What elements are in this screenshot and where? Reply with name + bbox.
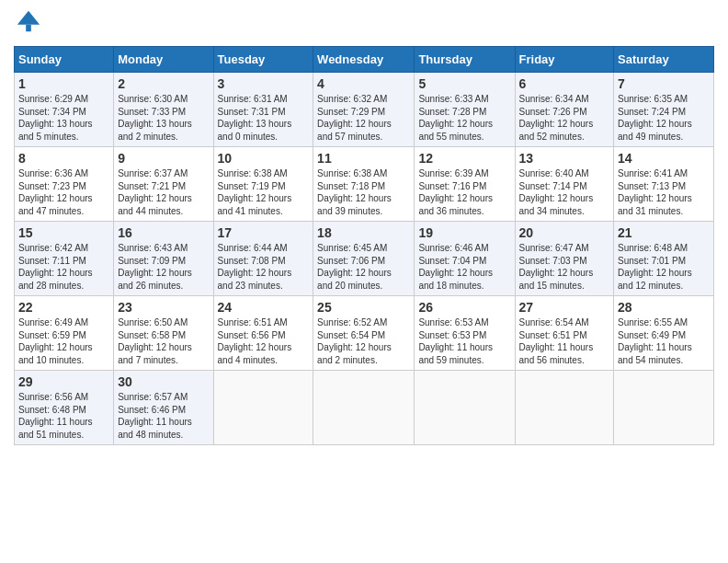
col-header-friday: Friday [515, 47, 614, 73]
day-info: Sunrise: 6:39 AM Sunset: 7:16 PM Dayligh… [418, 168, 493, 216]
day-number: 17 [218, 225, 310, 240]
day-info: Sunrise: 6:40 AM Sunset: 7:14 PM Dayligh… [519, 168, 594, 216]
calendar-day-cell: 26Sunrise: 6:53 AM Sunset: 6:53 PM Dayli… [415, 296, 515, 371]
calendar-week-row: 22Sunrise: 6:49 AM Sunset: 6:59 PM Dayli… [15, 296, 714, 371]
day-number: 23 [118, 300, 209, 315]
calendar-week-row: 29Sunrise: 6:56 AM Sunset: 6:48 PM Dayli… [15, 371, 714, 445]
calendar-day-cell: 21Sunrise: 6:48 AM Sunset: 7:01 PM Dayli… [614, 222, 714, 296]
day-number: 18 [317, 225, 410, 240]
day-info: Sunrise: 6:46 AM Sunset: 7:04 PM Dayligh… [418, 243, 493, 291]
day-info: Sunrise: 6:36 AM Sunset: 7:23 PM Dayligh… [18, 168, 93, 216]
calendar-day-cell: 25Sunrise: 6:52 AM Sunset: 6:54 PM Dayli… [313, 296, 415, 371]
day-number: 3 [218, 76, 310, 91]
day-info: Sunrise: 6:51 AM Sunset: 6:56 PM Dayligh… [218, 317, 292, 365]
calendar-day-cell: 18Sunrise: 6:45 AM Sunset: 7:06 PM Dayli… [313, 222, 415, 296]
calendar-day-cell: 23Sunrise: 6:50 AM Sunset: 6:58 PM Dayli… [114, 296, 213, 371]
day-info: Sunrise: 6:47 AM Sunset: 7:03 PM Dayligh… [519, 243, 594, 291]
calendar-day-cell: 29Sunrise: 6:56 AM Sunset: 6:48 PM Dayli… [15, 371, 114, 445]
day-info: Sunrise: 6:57 AM Sunset: 6:46 PM Dayligh… [118, 392, 192, 440]
calendar-day-cell: 30Sunrise: 6:57 AM Sunset: 6:46 PM Dayli… [114, 371, 213, 445]
day-info: Sunrise: 6:56 AM Sunset: 6:48 PM Dayligh… [18, 392, 93, 440]
empty-cell [614, 371, 714, 445]
day-info: Sunrise: 6:31 AM Sunset: 7:31 PM Dayligh… [218, 94, 292, 142]
svg-rect-1 [26, 25, 31, 31]
day-number: 9 [118, 151, 209, 166]
day-info: Sunrise: 6:43 AM Sunset: 7:09 PM Dayligh… [118, 243, 192, 291]
day-info: Sunrise: 6:37 AM Sunset: 7:21 PM Dayligh… [118, 168, 192, 216]
day-number: 14 [618, 151, 710, 166]
day-info: Sunrise: 6:34 AM Sunset: 7:26 PM Dayligh… [519, 94, 594, 142]
day-info: Sunrise: 6:38 AM Sunset: 7:19 PM Dayligh… [218, 168, 292, 216]
day-number: 13 [519, 151, 610, 166]
day-number: 27 [519, 300, 610, 315]
day-number: 8 [18, 151, 109, 166]
calendar-day-cell: 12Sunrise: 6:39 AM Sunset: 7:16 PM Dayli… [415, 147, 515, 222]
calendar-day-cell: 15Sunrise: 6:42 AM Sunset: 7:11 PM Dayli… [15, 222, 114, 296]
empty-cell [515, 371, 614, 445]
day-number: 20 [519, 225, 610, 240]
day-number: 5 [418, 76, 510, 91]
day-number: 10 [218, 151, 310, 166]
day-info: Sunrise: 6:54 AM Sunset: 6:51 PM Dayligh… [519, 317, 594, 365]
calendar-week-row: 15Sunrise: 6:42 AM Sunset: 7:11 PM Dayli… [15, 222, 714, 296]
calendar-day-cell: 27Sunrise: 6:54 AM Sunset: 6:51 PM Dayli… [515, 296, 614, 371]
calendar-day-cell: 4Sunrise: 6:32 AM Sunset: 7:29 PM Daylig… [313, 73, 415, 147]
day-number: 22 [18, 300, 109, 315]
day-info: Sunrise: 6:35 AM Sunset: 7:24 PM Dayligh… [618, 94, 692, 142]
calendar-day-cell: 8Sunrise: 6:36 AM Sunset: 7:23 PM Daylig… [15, 147, 114, 222]
calendar-day-cell: 14Sunrise: 6:41 AM Sunset: 7:13 PM Dayli… [614, 147, 714, 222]
svg-marker-0 [17, 11, 40, 25]
calendar-day-cell: 16Sunrise: 6:43 AM Sunset: 7:09 PM Dayli… [114, 222, 213, 296]
day-number: 11 [317, 151, 410, 166]
empty-cell [313, 371, 415, 445]
calendar-week-row: 1Sunrise: 6:29 AM Sunset: 7:34 PM Daylig… [15, 73, 714, 147]
calendar-day-cell: 17Sunrise: 6:44 AM Sunset: 7:08 PM Dayli… [213, 222, 313, 296]
day-info: Sunrise: 6:33 AM Sunset: 7:28 PM Dayligh… [418, 94, 493, 142]
day-info: Sunrise: 6:44 AM Sunset: 7:08 PM Dayligh… [218, 243, 292, 291]
calendar-day-cell: 6Sunrise: 6:34 AM Sunset: 7:26 PM Daylig… [515, 73, 614, 147]
day-info: Sunrise: 6:50 AM Sunset: 6:58 PM Dayligh… [118, 317, 192, 365]
calendar-day-cell: 19Sunrise: 6:46 AM Sunset: 7:04 PM Dayli… [415, 222, 515, 296]
header [14, 9, 714, 39]
day-number: 16 [118, 225, 209, 240]
calendar-day-cell: 3Sunrise: 6:31 AM Sunset: 7:31 PM Daylig… [213, 73, 313, 147]
day-number: 7 [618, 76, 710, 91]
calendar-day-cell: 5Sunrise: 6:33 AM Sunset: 7:28 PM Daylig… [415, 73, 515, 147]
calendar-day-cell: 2Sunrise: 6:30 AM Sunset: 7:33 PM Daylig… [114, 73, 213, 147]
calendar-day-cell: 9Sunrise: 6:37 AM Sunset: 7:21 PM Daylig… [114, 147, 213, 222]
col-header-saturday: Saturday [614, 47, 714, 73]
calendar-week-row: 8Sunrise: 6:36 AM Sunset: 7:23 PM Daylig… [15, 147, 714, 222]
day-info: Sunrise: 6:52 AM Sunset: 6:54 PM Dayligh… [317, 317, 392, 365]
calendar-header-row: SundayMondayTuesdayWednesdayThursdayFrid… [15, 47, 714, 73]
col-header-monday: Monday [114, 47, 213, 73]
day-info: Sunrise: 6:29 AM Sunset: 7:34 PM Dayligh… [18, 94, 93, 142]
calendar-day-cell: 13Sunrise: 6:40 AM Sunset: 7:14 PM Dayli… [515, 147, 614, 222]
day-info: Sunrise: 6:30 AM Sunset: 7:33 PM Dayligh… [118, 94, 192, 142]
calendar-day-cell: 28Sunrise: 6:55 AM Sunset: 6:49 PM Dayli… [614, 296, 714, 371]
col-header-sunday: Sunday [15, 47, 114, 73]
day-number: 28 [618, 300, 710, 315]
col-header-wednesday: Wednesday [313, 47, 415, 73]
day-info: Sunrise: 6:45 AM Sunset: 7:06 PM Dayligh… [317, 243, 392, 291]
calendar-day-cell: 22Sunrise: 6:49 AM Sunset: 6:59 PM Dayli… [15, 296, 114, 371]
day-number: 6 [519, 76, 610, 91]
day-info: Sunrise: 6:49 AM Sunset: 6:59 PM Dayligh… [18, 317, 93, 365]
day-number: 2 [118, 76, 209, 91]
day-number: 30 [118, 374, 209, 389]
calendar-table: SundayMondayTuesdayWednesdayThursdayFrid… [14, 46, 714, 445]
logo [14, 9, 41, 39]
empty-cell [415, 371, 515, 445]
day-info: Sunrise: 6:53 AM Sunset: 6:53 PM Dayligh… [418, 317, 493, 365]
day-info: Sunrise: 6:55 AM Sunset: 6:49 PM Dayligh… [618, 317, 692, 365]
calendar-day-cell: 7Sunrise: 6:35 AM Sunset: 7:24 PM Daylig… [614, 73, 714, 147]
day-info: Sunrise: 6:38 AM Sunset: 7:18 PM Dayligh… [317, 168, 392, 216]
day-info: Sunrise: 6:42 AM Sunset: 7:11 PM Dayligh… [18, 243, 93, 291]
day-info: Sunrise: 6:32 AM Sunset: 7:29 PM Dayligh… [317, 94, 392, 142]
empty-cell [213, 371, 313, 445]
day-number: 12 [418, 151, 510, 166]
day-number: 19 [418, 225, 510, 240]
day-number: 25 [317, 300, 410, 315]
day-info: Sunrise: 6:41 AM Sunset: 7:13 PM Dayligh… [618, 168, 692, 216]
logo-icon [16, 9, 41, 35]
col-header-tuesday: Tuesday [213, 47, 313, 73]
